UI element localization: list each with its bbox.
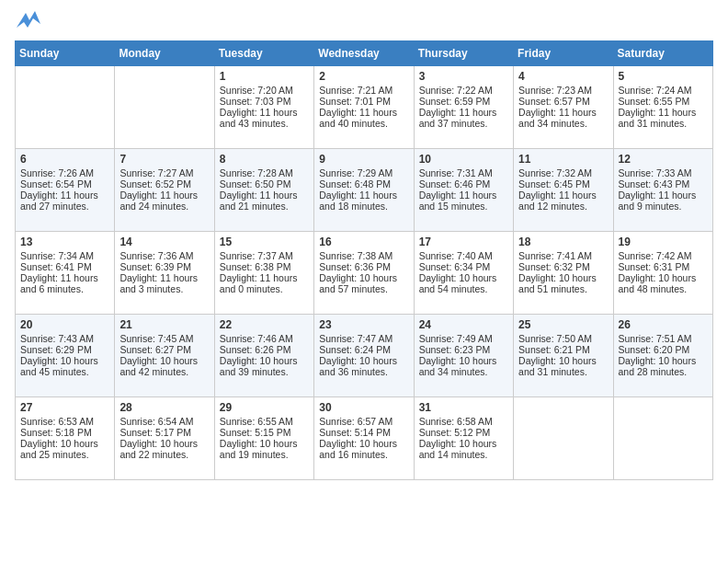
sunrise-text: Sunrise: 7:34 AM <box>20 250 109 261</box>
sunset-text: Sunset: 6:24 PM <box>319 344 408 355</box>
sunset-text: Sunset: 6:54 PM <box>20 178 109 190</box>
calendar-cell: 11Sunrise: 7:32 AMSunset: 6:45 PMDayligh… <box>514 149 613 232</box>
sunrise-text: Sunrise: 7:31 AM <box>419 167 508 178</box>
daylight-text: Daylight: 10 hours and 16 minutes. <box>319 438 408 460</box>
daylight-text: Daylight: 11 hours and 43 minutes. <box>220 107 309 129</box>
calendar-cell: 19Sunrise: 7:42 AMSunset: 6:31 PMDayligh… <box>613 232 712 315</box>
calendar-cell: 3Sunrise: 7:22 AMSunset: 6:59 PMDaylight… <box>414 66 513 149</box>
sunset-text: Sunset: 6:48 PM <box>319 178 408 190</box>
sunrise-text: Sunrise: 7:28 AM <box>220 167 309 178</box>
sunrise-text: Sunrise: 7:33 AM <box>619 167 708 178</box>
calendar-cell: 25Sunrise: 7:50 AMSunset: 6:21 PMDayligh… <box>514 315 613 397</box>
page-container: SundayMondayTuesdayWednesdayThursdayFrid… <box>0 0 728 495</box>
sunset-text: Sunset: 5:18 PM <box>20 427 109 438</box>
day-number: 14 <box>119 236 209 248</box>
sunrise-text: Sunrise: 6:55 AM <box>220 416 309 427</box>
col-header-thursday: Thursday <box>414 41 513 66</box>
sunset-text: Sunset: 6:52 PM <box>119 178 209 190</box>
calendar-cell: 7Sunrise: 7:27 AMSunset: 6:52 PMDaylight… <box>115 149 214 232</box>
calendar-cell: 27Sunrise: 6:53 AMSunset: 5:18 PMDayligh… <box>16 397 115 480</box>
daylight-text: Daylight: 11 hours and 34 minutes. <box>518 107 608 129</box>
sunrise-text: Sunrise: 7:50 AM <box>518 333 608 344</box>
day-number: 20 <box>20 318 109 331</box>
sunrise-text: Sunrise: 7:42 AM <box>619 250 708 261</box>
calendar-cell: 1Sunrise: 7:20 AMSunset: 7:03 PMDaylight… <box>214 66 313 149</box>
sunset-text: Sunset: 5:17 PM <box>119 427 209 438</box>
sunset-text: Sunset: 5:12 PM <box>419 427 508 438</box>
calendar-cell: 20Sunrise: 7:43 AMSunset: 6:29 PMDayligh… <box>16 315 115 397</box>
day-number: 5 <box>619 70 708 83</box>
daylight-text: Daylight: 11 hours and 21 minutes. <box>220 190 309 212</box>
sunrise-text: Sunrise: 7:32 AM <box>518 167 608 178</box>
sunset-text: Sunset: 6:26 PM <box>220 344 309 355</box>
daylight-text: Daylight: 10 hours and 42 minutes. <box>119 355 209 377</box>
day-number: 24 <box>419 318 508 331</box>
calendar-cell <box>115 66 214 149</box>
day-number: 23 <box>319 318 408 331</box>
sunrise-text: Sunrise: 7:46 AM <box>220 333 309 344</box>
sunset-text: Sunset: 6:41 PM <box>20 261 109 272</box>
daylight-text: Daylight: 11 hours and 27 minutes. <box>20 190 109 212</box>
sunrise-text: Sunrise: 6:58 AM <box>419 416 508 427</box>
day-number: 21 <box>119 318 209 331</box>
daylight-text: Daylight: 10 hours and 54 minutes. <box>419 272 508 294</box>
sunrise-text: Sunrise: 7:41 AM <box>518 250 608 261</box>
day-number: 11 <box>518 153 608 166</box>
sunrise-text: Sunrise: 7:26 AM <box>20 167 109 178</box>
sunset-text: Sunset: 6:32 PM <box>518 261 608 272</box>
calendar-cell: 14Sunrise: 7:36 AMSunset: 6:39 PMDayligh… <box>115 232 214 315</box>
calendar-cell: 16Sunrise: 7:38 AMSunset: 6:36 PMDayligh… <box>314 232 414 315</box>
day-number: 28 <box>119 401 209 414</box>
sunrise-text: Sunrise: 7:51 AM <box>619 333 708 344</box>
sunrise-text: Sunrise: 7:27 AM <box>119 167 209 178</box>
sunrise-text: Sunrise: 7:36 AM <box>119 250 209 261</box>
col-header-saturday: Saturday <box>613 41 712 66</box>
sunrise-text: Sunrise: 7:40 AM <box>419 250 508 261</box>
calendar-cell: 31Sunrise: 6:58 AMSunset: 5:12 PMDayligh… <box>414 397 513 480</box>
calendar-cell: 21Sunrise: 7:45 AMSunset: 6:27 PMDayligh… <box>115 315 214 397</box>
day-number: 27 <box>20 401 109 414</box>
calendar-cell: 2Sunrise: 7:21 AMSunset: 7:01 PMDaylight… <box>314 66 414 149</box>
daylight-text: Daylight: 10 hours and 22 minutes. <box>119 438 209 460</box>
sunset-text: Sunset: 6:46 PM <box>419 178 508 190</box>
sunrise-text: Sunrise: 6:53 AM <box>20 416 109 427</box>
day-number: 26 <box>619 318 708 331</box>
daylight-text: Daylight: 11 hours and 31 minutes. <box>619 107 708 129</box>
daylight-text: Daylight: 10 hours and 31 minutes. <box>518 355 608 377</box>
calendar-cell: 26Sunrise: 7:51 AMSunset: 6:20 PMDayligh… <box>613 315 712 397</box>
calendar-cell <box>514 397 613 480</box>
sunset-text: Sunset: 6:59 PM <box>419 96 508 107</box>
sunrise-text: Sunrise: 6:54 AM <box>119 416 209 427</box>
calendar-cell: 23Sunrise: 7:47 AMSunset: 6:24 PMDayligh… <box>314 315 414 397</box>
logo-bird-icon <box>17 11 40 31</box>
sunrise-text: Sunrise: 7:38 AM <box>319 250 408 261</box>
sunrise-text: Sunrise: 7:23 AM <box>518 85 608 96</box>
daylight-text: Daylight: 10 hours and 14 minutes. <box>419 438 508 460</box>
calendar-cell: 4Sunrise: 7:23 AMSunset: 6:57 PMDaylight… <box>514 66 613 149</box>
sunset-text: Sunset: 6:43 PM <box>619 178 708 190</box>
sunset-text: Sunset: 6:27 PM <box>119 344 209 355</box>
day-number: 16 <box>319 236 408 248</box>
daylight-text: Daylight: 10 hours and 51 minutes. <box>518 272 608 294</box>
day-number: 8 <box>220 153 309 166</box>
daylight-text: Daylight: 11 hours and 0 minutes. <box>220 272 309 294</box>
day-number: 25 <box>518 318 608 331</box>
daylight-text: Daylight: 10 hours and 28 minutes. <box>619 355 708 377</box>
day-number: 10 <box>419 153 508 166</box>
sunrise-text: Sunrise: 7:24 AM <box>619 85 708 96</box>
sunrise-text: Sunrise: 7:37 AM <box>220 250 309 261</box>
sunset-text: Sunset: 7:01 PM <box>319 96 408 107</box>
day-number: 1 <box>220 70 309 83</box>
daylight-text: Daylight: 10 hours and 48 minutes. <box>619 272 708 294</box>
day-number: 3 <box>419 70 508 83</box>
calendar-cell: 10Sunrise: 7:31 AMSunset: 6:46 PMDayligh… <box>414 149 513 232</box>
sunset-text: Sunset: 6:20 PM <box>619 344 708 355</box>
day-number: 4 <box>518 70 608 83</box>
col-header-friday: Friday <box>514 41 613 66</box>
col-header-tuesday: Tuesday <box>214 41 313 66</box>
day-number: 19 <box>619 236 708 248</box>
sunset-text: Sunset: 6:23 PM <box>419 344 508 355</box>
sunset-text: Sunset: 6:39 PM <box>119 261 209 272</box>
sunset-text: Sunset: 6:36 PM <box>319 261 408 272</box>
daylight-text: Daylight: 10 hours and 34 minutes. <box>419 355 508 377</box>
